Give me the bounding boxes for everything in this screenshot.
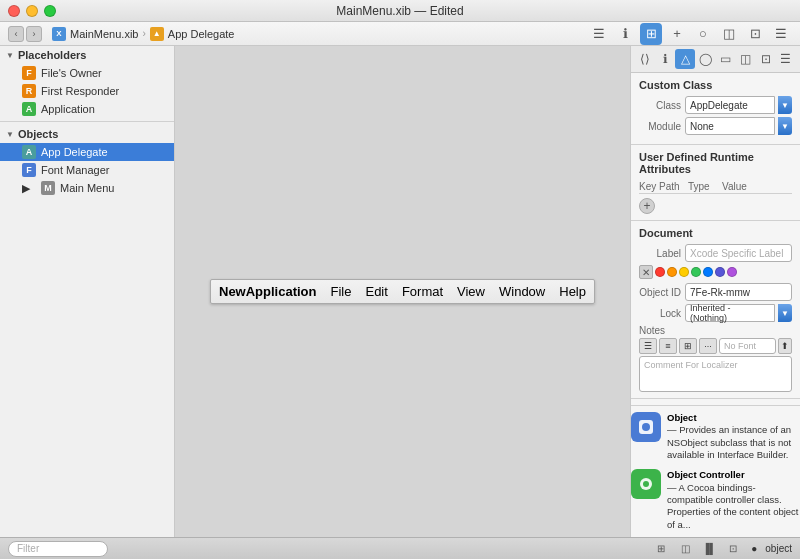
doc-label-field[interactable]: Xcode Specific Label <box>685 244 792 262</box>
object-id-row: Object ID 7Fe-Rk-mmw <box>639 283 792 301</box>
back-button[interactable]: ‹ <box>8 26 24 42</box>
notes-stepper[interactable]: ⬆ <box>778 338 792 354</box>
toolbar-icon-menu[interactable]: ☰ <box>588 23 610 45</box>
forward-button[interactable]: › <box>26 26 42 42</box>
filter-search[interactable]: Filter <box>8 541 108 557</box>
lock-label: Lock <box>639 308 681 319</box>
menu-item-edit[interactable]: Edit <box>365 284 387 299</box>
breadcrumb-xib[interactable]: X MainMenu.xib <box>52 27 138 41</box>
controller-icon <box>636 474 656 494</box>
status-icon-split2[interactable]: ▐▌ <box>699 541 719 557</box>
toolbar-icon-info[interactable]: ℹ <box>614 23 636 45</box>
sidebar-divider <box>0 121 174 122</box>
controller-icon-box <box>631 469 661 499</box>
custom-class-title: Custom Class <box>639 79 792 91</box>
color-dot-red[interactable] <box>655 267 665 277</box>
sidebar-item-font-manager[interactable]: F Font Manager <box>0 161 174 179</box>
app-delegate-label: App Delegate <box>41 146 108 158</box>
menu-item-window[interactable]: Window <box>499 284 545 299</box>
color-dot-purple[interactable] <box>727 267 737 277</box>
notes-area: Notes ☰ ≡ ⊞ ··· No Font ⬆ Comment For Lo… <box>639 325 792 392</box>
color-dot-green[interactable] <box>691 267 701 277</box>
menu-item-view[interactable]: View <box>457 284 485 299</box>
color-dot-orange[interactable] <box>667 267 677 277</box>
user-defined-title: User Defined Runtime Attributes <box>639 151 792 175</box>
breadcrumb-separator: › <box>142 28 145 39</box>
class-value: AppDelegate <box>690 100 748 111</box>
rt-icon-effects[interactable]: ◫ <box>736 49 756 69</box>
object-icon <box>636 417 656 437</box>
module-value: None <box>690 121 714 132</box>
notes-btn-2[interactable]: ≡ <box>659 338 677 354</box>
files-owner-icon: F <box>22 66 36 80</box>
rt-icon-connections[interactable]: ◯ <box>695 49 715 69</box>
minimize-button[interactable] <box>26 5 38 17</box>
close-button[interactable] <box>8 5 20 17</box>
rt-icon-bindings[interactable]: ▭ <box>716 49 736 69</box>
color-dot-blue[interactable] <box>703 267 713 277</box>
module-field[interactable]: None <box>685 117 775 135</box>
status-icon-split1[interactable]: ◫ <box>675 541 695 557</box>
document-section: Document Label Xcode Specific Label ✕ Ob… <box>631 221 800 399</box>
notes-btn-1[interactable]: ☰ <box>639 338 657 354</box>
add-attribute-button[interactable]: + <box>639 198 655 214</box>
color-dot-yellow[interactable] <box>679 267 689 277</box>
menu-item-help[interactable]: Help <box>559 284 586 299</box>
toolbar-icon-grid[interactable]: ⊞ <box>640 23 662 45</box>
rt-icon-size[interactable]: ⊡ <box>756 49 776 69</box>
status-icon-box[interactable]: ⊡ <box>723 541 743 557</box>
status-icons: ⊞ ◫ ▐▌ ⊡ ● object <box>651 541 792 557</box>
library-item-object[interactable]: Object — Provides an instance of an NSOb… <box>631 412 800 461</box>
toolbar-icon-box[interactable]: ⊡ <box>744 23 766 45</box>
menu-item-file[interactable]: File <box>331 284 352 299</box>
sidebar-item-app-delegate[interactable]: A App Delegate <box>0 143 174 161</box>
placeholders-section[interactable]: ▼ Placeholders <box>0 46 174 64</box>
notes-btn-3[interactable]: ⊞ <box>679 338 697 354</box>
doc-label-row: Label Xcode Specific Label <box>639 244 792 262</box>
library-item-controller[interactable]: Object Controller — A Cocoa bindings-com… <box>631 469 800 531</box>
rt-icon-attributes[interactable]: △ <box>675 49 695 69</box>
class-field[interactable]: AppDelegate <box>685 96 775 114</box>
toolbar-icon-add[interactable]: + <box>666 23 688 45</box>
class-dropdown-btn[interactable]: ▼ <box>778 96 792 114</box>
status-object-label: ● <box>751 543 757 554</box>
object-item-text: Object — Provides an instance of an NSOb… <box>667 412 800 461</box>
sidebar-item-files-owner[interactable]: F File's Owner <box>0 64 174 82</box>
notes-font-field[interactable]: No Font <box>719 338 776 354</box>
rt-icon-info[interactable]: ℹ <box>655 49 675 69</box>
rt-icon-code[interactable]: ⟨⟩ <box>635 49 655 69</box>
placeholders-triangle: ▼ <box>6 51 14 60</box>
toolbar-icon-split[interactable]: ◫ <box>718 23 740 45</box>
rt-icon-help[interactable]: ☰ <box>776 49 796 69</box>
toolbar-icon-circle[interactable]: ○ <box>692 23 714 45</box>
delegate-icon: ▲ <box>150 27 164 41</box>
font-manager-label: Font Manager <box>41 164 109 176</box>
sidebar-item-first-responder[interactable]: R First Responder <box>0 82 174 100</box>
placeholders-label: Placeholders <box>18 49 86 61</box>
sidebar-item-application[interactable]: A Application <box>0 100 174 118</box>
library-items: Object — Provides an instance of an NSOb… <box>631 399 800 537</box>
status-icon-grid[interactable]: ⊞ <box>651 541 671 557</box>
lock-field[interactable]: Inherited - (Nothing) <box>685 304 775 322</box>
objects-section[interactable]: ▼ Objects <box>0 125 174 143</box>
main-menu-icon: M <box>41 181 55 195</box>
color-dot-indigo[interactable] <box>715 267 725 277</box>
window-controls <box>8 5 56 17</box>
library-list: Object — Provides an instance of an NSOb… <box>631 405 800 537</box>
toolbar-icon-list[interactable]: ☰ <box>770 23 792 45</box>
menu-item-format[interactable]: Format <box>402 284 443 299</box>
breadcrumb-delegate[interactable]: ▲ App Delegate <box>150 27 235 41</box>
controller-title: Object Controller <box>667 469 800 481</box>
object-id-label: Object ID <box>639 287 681 298</box>
module-dropdown-btn[interactable]: ▼ <box>778 117 792 135</box>
objects-label: Objects <box>18 128 58 140</box>
lock-dropdown-btn[interactable]: ▼ <box>778 304 792 322</box>
nav-buttons: ‹ › <box>8 26 42 42</box>
notes-textarea[interactable]: Comment For Localizer <box>639 356 792 392</box>
color-clear-btn[interactable]: ✕ <box>639 265 653 279</box>
svg-point-3 <box>643 481 649 487</box>
maximize-button[interactable] <box>44 5 56 17</box>
sidebar-item-main-menu[interactable]: ▶ M Main Menu <box>0 179 174 197</box>
notes-label: Notes <box>639 325 792 336</box>
notes-btn-4[interactable]: ··· <box>699 338 717 354</box>
